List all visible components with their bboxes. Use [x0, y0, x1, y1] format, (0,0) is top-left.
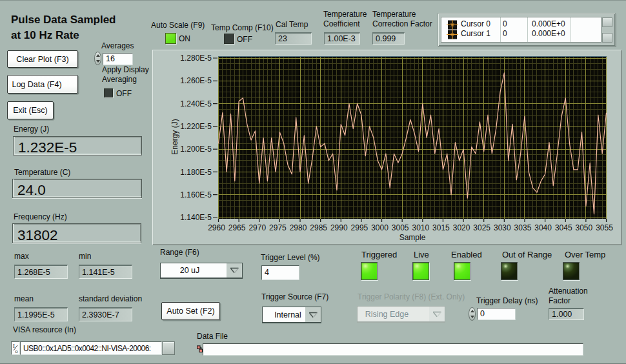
- svg-text:3005: 3005: [392, 223, 409, 232]
- svg-text:3040: 3040: [534, 223, 552, 232]
- svg-text:1.240E-5: 1.240E-5: [180, 99, 212, 108]
- svg-text:2985: 2985: [310, 223, 327, 232]
- svg-text:Energy (J): Energy (J): [170, 119, 179, 154]
- svg-text:2990: 2990: [330, 223, 348, 232]
- svg-text:2975: 2975: [269, 223, 287, 232]
- svg-text:3055: 3055: [596, 223, 613, 232]
- svg-text:2980: 2980: [290, 223, 307, 232]
- svg-text:2965: 2965: [228, 223, 246, 232]
- svg-text:3010: 3010: [412, 223, 429, 232]
- svg-text:3000: 3000: [371, 223, 389, 232]
- svg-text:2960: 2960: [208, 223, 225, 232]
- svg-text:2995: 2995: [351, 223, 369, 232]
- svg-text:3015: 3015: [432, 223, 450, 232]
- svg-text:3035: 3035: [514, 223, 532, 232]
- svg-text:1.160E-5: 1.160E-5: [180, 190, 212, 199]
- svg-text:o: o: [15, 349, 18, 354]
- svg-text:1.220E-5: 1.220E-5: [180, 122, 212, 131]
- svg-text:1.260E-5: 1.260E-5: [180, 76, 212, 85]
- svg-text:2970: 2970: [248, 223, 266, 232]
- svg-text:3020: 3020: [453, 223, 470, 232]
- svg-text:3045: 3045: [555, 223, 572, 232]
- svg-text:1.280E-5: 1.280E-5: [180, 54, 212, 63]
- svg-text:3030: 3030: [494, 223, 511, 232]
- svg-text:1.180E-5: 1.180E-5: [180, 168, 212, 177]
- svg-text:1.200E-5: 1.200E-5: [180, 145, 212, 154]
- svg-text:3050: 3050: [576, 223, 593, 232]
- svg-text:3025: 3025: [473, 223, 490, 232]
- svg-text:1.140E-5: 1.140E-5: [180, 213, 212, 222]
- svg-text:Sample: Sample: [399, 233, 426, 242]
